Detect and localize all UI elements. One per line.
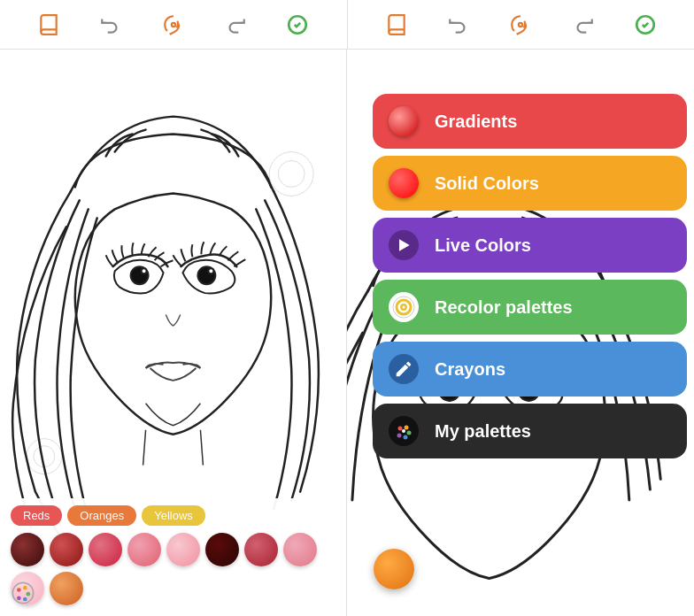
svg-point-26: [403, 306, 405, 309]
color-tabs: Reds Oranges Yellows: [11, 505, 335, 526]
reds-tab[interactable]: Reds: [11, 505, 62, 526]
solid-ball: [389, 168, 419, 198]
svg-point-28: [398, 427, 403, 431]
my-palettes-icon: [387, 414, 420, 448]
live-colors-label: Live Colors: [435, 235, 531, 256]
live-ball: [389, 230, 419, 260]
color-palette: Reds Oranges Yellows: [0, 498, 346, 616]
live-colors-menu-item[interactable]: Live Colors: [373, 218, 687, 273]
swatch-5[interactable]: [166, 533, 200, 566]
svg-point-5: [278, 160, 305, 187]
undo-icon-left[interactable]: [97, 12, 124, 38]
toolbar-left: [0, 0, 347, 49]
gradient-ball: [389, 106, 419, 136]
swatch-8[interactable]: [283, 533, 317, 566]
recolor-ball: [389, 292, 419, 322]
svg-point-33: [402, 429, 405, 433]
swatch-4[interactable]: [127, 533, 161, 566]
palette-fab[interactable]: [11, 581, 35, 605]
undo-icon-right[interactable]: [445, 12, 472, 38]
toolbar-right: [348, 0, 695, 49]
gradients-icon: [387, 104, 420, 138]
svg-point-13: [17, 588, 21, 592]
svg-point-4: [269, 152, 313, 196]
swatch-1[interactable]: [11, 533, 44, 566]
solid-colors-icon: [387, 166, 420, 200]
check-icon-left[interactable]: [284, 12, 311, 38]
oranges-tab[interactable]: Oranges: [67, 505, 136, 526]
redo-icon-right[interactable]: [570, 12, 597, 38]
svg-point-14: [23, 586, 27, 590]
yellows-tab[interactable]: Yellows: [142, 505, 205, 526]
swatch-6[interactable]: [205, 533, 239, 566]
svg-point-17: [17, 597, 21, 601]
svg-point-16: [23, 597, 27, 602]
redo-icon-left[interactable]: [222, 12, 249, 38]
svg-marker-22: [399, 239, 410, 250]
my-palettes-menu-item[interactable]: My palettes: [373, 404, 687, 458]
svg-point-9: [142, 268, 147, 273]
recolor-icon: [387, 290, 420, 324]
lasso-icon-right[interactable]: [507, 12, 534, 38]
crayons-icon: [387, 352, 420, 386]
right-panel: Gradients Solid Colors Live Co: [347, 50, 694, 616]
book-icon-left[interactable]: [35, 12, 62, 38]
orange-color-button[interactable]: [374, 549, 414, 589]
check-icon-right[interactable]: [632, 12, 659, 38]
gradients-label: Gradients: [435, 112, 517, 132]
crayons-menu-item[interactable]: Crayons: [373, 342, 687, 397]
solid-colors-menu-item[interactable]: Solid Colors: [373, 156, 687, 211]
svg-point-32: [397, 434, 402, 438]
svg-point-11: [208, 268, 213, 273]
svg-point-30: [407, 431, 412, 435]
left-panel: Reds Oranges Yellows: [0, 50, 347, 616]
dropdown-menu: Gradients Solid Colors Live Co: [373, 94, 687, 458]
recolor-palettes-label: Recolor palettes: [435, 297, 573, 318]
swatch-10[interactable]: [50, 572, 83, 605]
gradients-menu-item[interactable]: Gradients: [373, 94, 687, 149]
solid-colors-label: Solid Colors: [435, 173, 539, 194]
main-content: Reds Oranges Yellows: [0, 50, 694, 616]
svg-point-15: [27, 592, 31, 597]
swatch-3[interactable]: [89, 533, 122, 566]
svg-point-12: [12, 582, 33, 603]
recolor-palettes-menu-item[interactable]: Recolor palettes: [373, 280, 687, 335]
book-icon-right[interactable]: [383, 12, 410, 38]
svg-point-0: [172, 22, 175, 26]
svg-point-31: [404, 435, 408, 440]
swatch-7[interactable]: [244, 533, 278, 566]
lasso-icon-left[interactable]: [160, 12, 187, 38]
crayons-label: Crayons: [435, 359, 505, 380]
mypalettes-ball: [389, 416, 419, 446]
swatch-2[interactable]: [50, 533, 83, 566]
color-swatches: [11, 533, 335, 609]
svg-point-29: [405, 426, 409, 430]
svg-point-2: [519, 22, 522, 26]
toolbar: [0, 0, 694, 50]
crayons-ball: [389, 354, 419, 384]
my-palettes-label: My palettes: [435, 421, 531, 442]
live-colors-icon: [387, 228, 420, 262]
